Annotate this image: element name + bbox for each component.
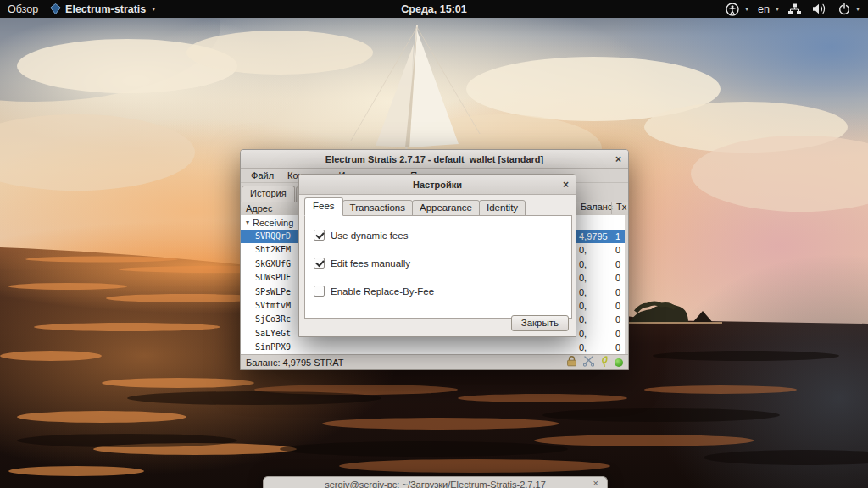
column-tx[interactable]: Tx bbox=[611, 202, 631, 214]
settings-dialog: Настройки × Fees Transactions Appearance… bbox=[298, 174, 576, 337]
column-balance[interactable]: Баланс bbox=[576, 202, 612, 214]
network-icon bbox=[788, 3, 801, 15]
accessibility-icon bbox=[726, 3, 739, 16]
app-menu-label: Electrum-stratis bbox=[65, 3, 146, 15]
tab-fees[interactable]: Fees bbox=[304, 197, 343, 216]
balance-status: Баланс: 4,9795 STRAT bbox=[246, 358, 344, 368]
tab-history[interactable]: История bbox=[242, 186, 295, 202]
settings-title: Настройки bbox=[413, 180, 462, 190]
electrum-logo-icon bbox=[50, 3, 61, 14]
close-icon[interactable]: × bbox=[563, 175, 569, 194]
group-label: Receiving bbox=[253, 218, 293, 228]
checkbox-icon bbox=[314, 286, 325, 297]
status-bar: Баланс: 4,9795 STRAT bbox=[241, 354, 628, 369]
close-icon[interactable]: × bbox=[593, 478, 598, 488]
power-icon bbox=[838, 3, 850, 15]
seed-icon[interactable] bbox=[600, 356, 609, 369]
checkbox-label: Edit fees manually bbox=[331, 258, 410, 269]
activities-label: Обзор bbox=[8, 3, 38, 15]
network-status-icon[interactable] bbox=[615, 358, 623, 367]
main-window-title: Electrum Stratis 2.7.17 - default_wallet… bbox=[326, 154, 543, 164]
checkbox-label: Enable Replace-By-Fee bbox=[331, 286, 434, 297]
keyboard-layout-label: en bbox=[758, 3, 770, 15]
app-menu[interactable]: Electrum-stratis ▾ bbox=[50, 3, 155, 15]
main-window-titlebar[interactable]: Electrum Stratis 2.7.17 - default_wallet… bbox=[241, 150, 628, 169]
activities-button[interactable]: Обзор bbox=[8, 3, 38, 15]
keyboard-layout-menu[interactable]: en ▾ bbox=[758, 3, 779, 15]
terminal-title: sergiv@sergiv-pc: ~/Загрузки/Electrum-St… bbox=[325, 480, 546, 488]
checkbox-icon bbox=[314, 258, 325, 269]
expand-arrow-icon: ▾ bbox=[246, 219, 249, 226]
close-icon[interactable]: × bbox=[615, 150, 621, 168]
tab-appearance[interactable]: Appearance bbox=[412, 200, 480, 216]
checkbox-icon bbox=[314, 230, 325, 241]
volume-icon bbox=[813, 3, 826, 14]
lock-icon[interactable] bbox=[566, 356, 577, 369]
scissors-icon[interactable] bbox=[583, 356, 594, 369]
chevron-down-icon: ▾ bbox=[776, 5, 779, 13]
system-menu[interactable]: ▾ bbox=[788, 3, 860, 15]
close-button[interactable]: Закрыть bbox=[511, 315, 569, 331]
checkbox-use-dynamic-fees[interactable]: Use dynamic fees bbox=[314, 230, 408, 241]
chevron-down-icon: ▾ bbox=[745, 5, 748, 13]
checkbox-enable-rbf[interactable]: Enable Replace-By-Fee bbox=[314, 286, 434, 297]
checkbox-edit-fees-manually[interactable]: Edit fees manually bbox=[314, 258, 410, 269]
chevron-down-icon: ▾ bbox=[152, 5, 155, 13]
gnome-top-bar: Обзор Electrum-stratis ▾ Среда, 15:01 ▾ bbox=[0, 0, 868, 18]
accessibility-menu[interactable]: ▾ bbox=[726, 3, 748, 16]
tab-transactions[interactable]: Transactions bbox=[342, 200, 413, 216]
column-address[interactable]: Адрес bbox=[246, 203, 273, 214]
table-row[interactable]: SinPPX9 0, 0 bbox=[241, 341, 625, 354]
chevron-down-icon: ▾ bbox=[856, 5, 860, 13]
tab-identity[interactable]: Identity bbox=[479, 200, 526, 216]
terminal-window[interactable]: sergiv@sergiv-pc: ~/Загрузки/Electrum-St… bbox=[263, 476, 608, 488]
menu-file[interactable]: Файл bbox=[245, 169, 280, 181]
fees-panel: Use dynamic fees Edit fees manually Enab… bbox=[304, 215, 572, 319]
checkbox-label: Use dynamic fees bbox=[331, 230, 408, 241]
settings-tab-bar: Fees Transactions Appearance Identity bbox=[304, 198, 525, 216]
settings-titlebar[interactable]: Настройки × bbox=[299, 175, 576, 195]
